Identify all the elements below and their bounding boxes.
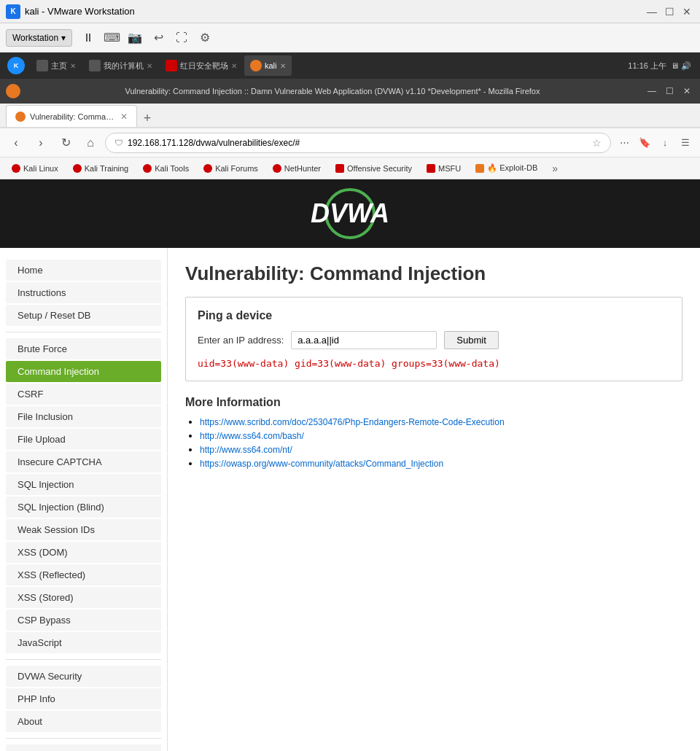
sidebar-item-php-info[interactable]: PHP Info [6,688,161,709]
bookmark-offensive-security[interactable]: Offensive Security [330,160,418,177]
tab-close-icon3[interactable]: ✕ [231,62,237,70]
sidebar-item-xss-dom[interactable]: XSS (DOM) [6,542,161,563]
sidebar-item-sql-injection-blind[interactable]: SQL Injection (Blind) [6,497,161,518]
bookmark-kali-tools-label: Kali Tools [155,164,189,173]
more-info-links: https://www.scribd.com/doc/2530476/Php-E… [185,416,682,469]
browser-navbar: ‹ › ↻ ⌂ 🛡 ☆ ⋯ 🔖 ↓ ☰ [0,128,700,157]
maximize-btn[interactable]: ☐ [662,4,677,19]
sidebar-item-csp-bypass[interactable]: CSP Bypass [6,610,161,631]
tab-vulnerability[interactable]: Vulnerability: Command... ✕ [6,105,137,127]
bookmark-kali-tools[interactable]: Kali Tools [137,160,195,177]
sidebar-item-csrf[interactable]: CSRF [6,384,161,405]
home-icon [36,60,48,71]
exploit-db-favicon [475,164,484,173]
sidebar-item-file-inclusion[interactable]: File Inclusion [6,406,161,427]
sidebar: Home Instructions Setup / Reset DB Brute… [0,248,168,751]
tab-close-icon[interactable]: ✕ [70,62,76,70]
dvwa-logo: DVWA [324,188,376,239]
sidebar-item-logout[interactable]: Logout [6,744,161,751]
pause-icon[interactable]: ⏸ [78,28,98,48]
taskbar-item-target[interactable]: 红日安全靶场 ✕ [160,55,243,76]
kali-tools-favicon [143,164,152,173]
sidebar-item-insecure-captcha[interactable]: Insecure CAPTCHA [6,451,161,472]
sidebar-item-instructions[interactable]: Instructions [6,282,161,303]
taskbar-item-computer[interactable]: 我的计算机 ✕ [83,55,158,76]
kali-training-favicon [73,164,82,173]
reload-btn[interactable]: ↻ [55,133,76,153]
browser-window-controls[interactable]: — ☐ ✕ [645,84,694,98]
ip-address-input[interactable] [291,331,437,349]
target-icon [166,60,177,71]
address-bar[interactable]: 🛡 ☆ [105,133,611,153]
revert-icon[interactable]: ↩ [148,28,168,48]
list-item: http://www.ss64.com/nt/ [200,444,682,455]
more-info-section: More Information https://www.scribd.com/… [185,396,682,469]
browser-minimize-btn[interactable]: — [645,84,659,98]
tab-close-icon2[interactable]: ✕ [147,62,152,70]
minimize-btn[interactable]: — [645,4,659,19]
tab-close-icon4[interactable]: ✕ [280,62,286,70]
sidebar-item-javascript[interactable]: JavaScript [6,632,161,653]
downloads-icon[interactable]: ↓ [656,134,674,152]
taskbar-right: 11:16 上午 🖥 🔊 [628,61,697,71]
content-wrapper: Home Instructions Setup / Reset DB Brute… [0,248,700,751]
star-icon[interactable]: ☆ [592,137,602,149]
sidebar-item-home[interactable]: Home [6,260,161,281]
link-ss64-nt[interactable]: http://www.ss64.com/nt/ [200,445,292,455]
close-btn[interactable]: ✕ [680,4,694,19]
sidebar-item-xss-reflected[interactable]: XSS (Reflected) [6,564,161,585]
settings-icon[interactable]: ⚙ [195,28,215,48]
browser-maximize-btn[interactable]: ☐ [662,84,677,98]
sidebar-item-dvwa-security[interactable]: DVWA Security [6,666,161,687]
tab-close-btn[interactable]: ✕ [120,112,128,122]
sidebar-item-about[interactable]: About [6,711,161,732]
bookmark-kali-forums[interactable]: Kali Forums [198,160,264,177]
sidebar-item-weak-session-ids[interactable]: Weak Session IDs [6,519,161,540]
bookmark-exploit-db[interactable]: 🔥 Exploit-DB [470,160,543,177]
home-btn[interactable]: ⌂ [80,133,101,153]
bookmark-icon[interactable]: 🔖 [636,134,653,152]
taskbar-start[interactable]: K [3,55,29,76]
msfu-favicon [427,164,435,173]
back-btn[interactable]: ‹ [6,133,26,153]
more-options-icon[interactable]: ⋯ [615,134,633,152]
taskbar-item-home[interactable]: 主页 ✕ [31,55,82,76]
kali-forums-favicon [203,164,212,173]
send-key-icon[interactable]: ⌨ [101,28,122,48]
fullscreen-icon[interactable]: ⛶ [171,28,192,48]
submit-btn[interactable]: Submit [444,331,498,349]
bookmark-msfu-label: MSFU [438,164,461,173]
bookmark-kali-forums-label: Kali Forums [215,164,258,173]
bookmark-kali-linux[interactable]: Kali Linux [6,160,64,177]
bookmark-kali-training[interactable]: Kali Training [67,160,135,177]
sidebar-item-brute-force[interactable]: Brute Force [6,338,161,359]
sidebar-item-file-upload[interactable]: File Upload [6,429,161,450]
computer-icon [89,60,101,71]
vmware-titlebar: K kali - VMware Workstation — ☐ ✕ [0,0,700,23]
browser-close-btn[interactable]: ✕ [680,84,694,98]
sidebar-item-sql-injection[interactable]: SQL Injection [6,474,161,495]
workstation-menu-btn[interactable]: Workstation ▾ [6,29,72,47]
snapshot-icon[interactable]: 📷 [125,28,145,48]
taskbar-item-kali[interactable]: kali ✕ [244,55,292,76]
bookmark-nethunter[interactable]: NetHunter [267,160,327,177]
forward-btn[interactable]: › [31,133,51,153]
bookmark-msfu[interactable]: MSFU [421,160,467,177]
new-tab-btn[interactable]: + [139,109,156,127]
sidebar-item-xss-stored[interactable]: XSS (Stored) [6,587,161,608]
more-bookmarks-btn[interactable]: » [546,160,564,177]
link-owasp[interactable]: https://owasp.org/www-community/attacks/… [200,459,443,469]
ping-box-title: Ping a device [198,309,670,322]
menu-icon[interactable]: ☰ [677,134,694,152]
kali-linux-favicon [12,164,20,173]
taskbar-item-home-label: 主页 [51,61,67,71]
sidebar-item-setup[interactable]: Setup / Reset DB [6,305,161,326]
window-controls[interactable]: — ☐ ✕ [645,4,694,19]
sidebar-item-command-injection[interactable]: Command Injection [6,361,161,382]
link-scribd[interactable]: https://www.scribd.com/doc/2530476/Php-E… [200,417,505,427]
shield-icon: 🛡 [114,138,123,148]
url-input[interactable] [128,138,588,148]
taskbar-item-computer-label: 我的计算机 [104,61,144,71]
link-ss64-bash[interactable]: http://www.ss64.com/bash/ [200,431,304,441]
nethunter-favicon [273,164,281,173]
